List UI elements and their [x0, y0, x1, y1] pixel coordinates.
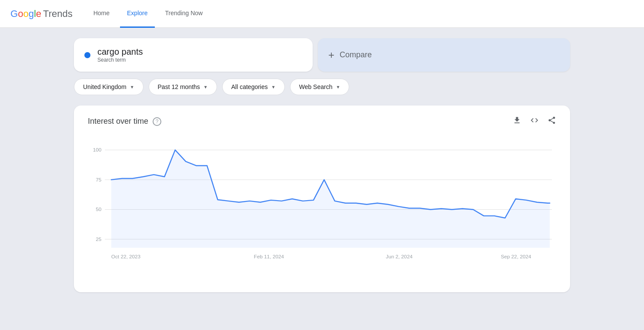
- region-dropdown-arrow: ▼: [130, 85, 134, 89]
- search-type-dropdown-arrow: ▼: [336, 85, 340, 89]
- y-label-25: 25: [96, 236, 102, 242]
- chart-title-group: Interest over time ?: [88, 117, 161, 126]
- nav-explore[interactable]: Explore: [120, 0, 154, 28]
- search-section: cargo pants Search term + Compare: [0, 38, 644, 72]
- region-filter[interactable]: United Kingdom ▼: [74, 79, 143, 95]
- x-label-oct: Oct 22, 2023: [111, 254, 141, 259]
- embed-icon[interactable]: [530, 116, 539, 127]
- chart-actions: [513, 116, 556, 127]
- search-card: cargo pants Search term: [74, 38, 313, 72]
- y-label-100: 100: [93, 147, 102, 152]
- chart-card: Interest over time ?: [74, 106, 570, 292]
- search-type: Search term: [97, 57, 143, 63]
- share-icon[interactable]: [547, 116, 556, 127]
- compare-card[interactable]: + Compare: [318, 38, 570, 72]
- search-type-filter-label: Web Search: [299, 83, 333, 90]
- search-term: cargo pants: [97, 47, 143, 57]
- search-type-filter[interactable]: Web Search ▼: [290, 79, 350, 95]
- x-label-sep: Sep 22, 2024: [501, 254, 531, 259]
- search-dot: [84, 52, 90, 58]
- chart-title: Interest over time: [88, 117, 148, 126]
- compare-plus-icon: +: [328, 49, 334, 61]
- time-dropdown-arrow: ▼: [204, 85, 208, 89]
- x-label-jun: Jun 2, 2024: [386, 254, 413, 259]
- time-filter-label: Past 12 months: [158, 83, 200, 90]
- category-dropdown-arrow: ▼: [271, 85, 276, 89]
- download-icon[interactable]: [513, 116, 521, 127]
- main-content: cargo pants Search term + Compare United…: [0, 28, 644, 303]
- trends-wordmark: Trends: [43, 8, 73, 20]
- interest-chart: 100 75 50 25 Oct 22, 2023 Feb 11, 2024 J…: [88, 137, 556, 273]
- category-filter-label: All categories: [231, 83, 268, 90]
- filter-bar: United Kingdom ▼ Past 12 months ▼ All ca…: [0, 79, 644, 95]
- category-filter[interactable]: All categories ▼: [222, 79, 285, 95]
- time-filter[interactable]: Past 12 months ▼: [149, 79, 217, 95]
- chart-container: 100 75 50 25 Oct 22, 2023 Feb 11, 2024 J…: [88, 137, 556, 275]
- logo: Google Trends: [10, 8, 73, 20]
- nav-trending-now[interactable]: Trending Now: [158, 0, 210, 28]
- y-label-75: 75: [96, 177, 102, 182]
- google-wordmark: Google: [10, 8, 41, 20]
- search-text-group: cargo pants Search term: [97, 47, 143, 63]
- compare-label: Compare: [340, 50, 372, 59]
- chart-header: Interest over time ?: [88, 116, 556, 127]
- trend-area: [111, 150, 550, 248]
- main-nav: Home Explore Trending Now: [87, 0, 210, 28]
- nav-home[interactable]: Home: [87, 0, 117, 28]
- region-filter-label: United Kingdom: [83, 83, 127, 90]
- help-icon[interactable]: ?: [153, 117, 161, 126]
- y-label-50: 50: [96, 206, 102, 212]
- x-label-feb: Feb 11, 2024: [254, 254, 284, 259]
- header: Google Trends Home Explore Trending Now: [0, 0, 644, 28]
